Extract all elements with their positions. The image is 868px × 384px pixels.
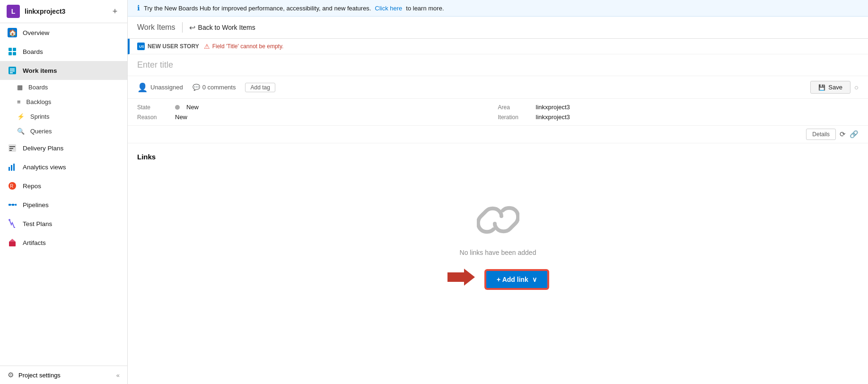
form-save-area: 💾 Save ○ — [810, 81, 859, 94]
add-link-button[interactable]: + Add link ∨ — [485, 270, 548, 289]
boards-group-icon — [8, 47, 17, 56]
comments-button[interactable]: 💬 0 comments — [193, 84, 236, 91]
form-type-badge: US NEW USER STORY — [137, 43, 199, 50]
save-icon: 💾 — [818, 84, 825, 91]
links-header: Links — [137, 153, 859, 161]
comments-count: 0 comments — [202, 84, 236, 91]
sidebar-item-queries[interactable]: 🔍 Queries — [0, 124, 127, 139]
info-icon: ℹ — [137, 4, 140, 12]
banner-text: Try the New Boards Hub for improved perf… — [144, 5, 371, 12]
topbar: Work Items ↩ Back to Work Items — [128, 17, 868, 39]
sidebar-item-test-plans[interactable]: Test Plans — [0, 214, 127, 233]
sidebar-item-delivery-plans[interactable]: Delivery Plans — [0, 139, 127, 157]
svg-rect-18 — [12, 204, 14, 206]
comment-icon: 💬 — [193, 84, 200, 91]
banner-text-after: to learn more. — [406, 5, 444, 12]
form-type-label: NEW USER STORY — [148, 43, 199, 50]
add-link-area: + Add link ∨ — [447, 268, 548, 291]
iteration-field-row: Iteration linkxproject3 — [498, 113, 859, 121]
project-settings-label: Project settings — [18, 372, 61, 379]
error-badge: ⚠ Field 'Title' cannot be empty. — [204, 43, 284, 50]
sidebar-item-analytics-views-label: Analytics views — [23, 164, 66, 171]
sidebar-item-backlogs-label: Backlogs — [26, 98, 52, 105]
save-label: Save — [828, 84, 842, 91]
form-meta-bar: 👤 Unassigned 💬 0 comments Add tag 💾 Save… — [128, 76, 868, 99]
user-avatar-icon: 👤 — [137, 82, 148, 93]
work-items-icon — [8, 66, 17, 75]
add-project-button[interactable]: + — [109, 6, 121, 17]
sidebar-nav: 🏠 Overview Boards Work items ▦ Boards ≡ … — [0, 23, 127, 366]
project-settings-footer[interactable]: ⚙ Project settings « — [0, 366, 127, 384]
project-logo: L — [7, 5, 20, 18]
svg-rect-14 — [13, 164, 15, 171]
delivery-plans-icon — [8, 143, 17, 153]
backlogs-icon: ≡ — [17, 98, 21, 105]
svg-rect-2 — [9, 52, 12, 55]
info-banner: ℹ Try the New Boards Hub for improved pe… — [128, 0, 868, 17]
assigned-label: Unassigned — [150, 84, 183, 91]
loading-spinner: ○ — [854, 83, 859, 91]
links-empty-state: No links have been added + Add link ∨ — [137, 170, 859, 305]
svg-point-22 — [9, 219, 10, 221]
title-input[interactable] — [128, 54, 868, 76]
assigned-user: 👤 Unassigned — [137, 82, 183, 93]
sidebar-item-work-items[interactable]: Work items — [0, 61, 127, 80]
sidebar: L linkxproject3 + 🏠 Overview Boards Work… — [0, 0, 128, 384]
sidebar-item-analytics-views[interactable]: Analytics views — [0, 157, 127, 176]
sidebar-item-work-items-label: Work items — [23, 67, 57, 74]
sidebar-header: L linkxproject3 + — [0, 0, 127, 23]
banner-link[interactable]: Click here — [375, 5, 403, 12]
sidebar-item-overview[interactable]: 🏠 Overview — [0, 23, 127, 42]
form-fields: State New Area linkxproject3 Reason New … — [128, 99, 868, 126]
error-icon: ⚠ — [204, 43, 210, 50]
sidebar-item-repos-label: Repos — [23, 183, 41, 190]
collapse-icon: « — [116, 372, 120, 379]
pipelines-icon — [8, 200, 17, 209]
overview-icon: 🏠 — [8, 28, 17, 37]
work-item-form: US NEW USER STORY ⚠ Field 'Title' cannot… — [128, 39, 868, 384]
svg-text:R: R — [10, 183, 13, 189]
sprints-icon: ⚡ — [17, 113, 25, 120]
sidebar-item-pipelines[interactable]: Pipelines — [0, 195, 127, 214]
links-section: Links No links have been added — [128, 143, 868, 314]
sidebar-item-sprints[interactable]: ⚡ Sprints — [0, 109, 127, 124]
queries-icon: 🔍 — [17, 128, 25, 135]
sidebar-item-queries-label: Queries — [30, 128, 52, 135]
add-tag-button[interactable]: Add tag — [245, 83, 275, 92]
sidebar-item-boards-group[interactable]: Boards — [0, 42, 127, 61]
reason-label: Reason — [137, 114, 170, 121]
arrow-icon — [447, 268, 476, 291]
back-icon: ↩ — [189, 23, 195, 32]
repos-icon: R — [8, 181, 17, 191]
svg-rect-1 — [13, 48, 16, 51]
svg-rect-23 — [9, 242, 16, 246]
state-value[interactable]: New — [186, 104, 199, 111]
topbar-divider — [182, 22, 183, 33]
iteration-value[interactable]: linkxproject3 — [536, 113, 570, 121]
area-value[interactable]: linkxproject3 — [536, 104, 570, 111]
svg-rect-17 — [9, 204, 11, 206]
sidebar-item-repos[interactable]: R Repos — [0, 176, 127, 195]
back-to-work-items-button[interactable]: ↩ Back to Work Items — [189, 23, 255, 32]
sidebar-item-boards-label: Boards — [28, 84, 48, 91]
project-name: linkxproject3 — [25, 8, 105, 15]
sidebar-item-boards[interactable]: ▦ Boards — [0, 80, 127, 95]
iteration-label: Iteration — [498, 114, 531, 121]
link-copy-button[interactable]: 🔗 — [850, 130, 859, 139]
reason-field-row: Reason New — [137, 113, 498, 121]
sidebar-item-test-plans-label: Test Plans — [23, 220, 52, 227]
history-button[interactable]: ⟳ — [840, 130, 846, 139]
details-button[interactable]: Details — [806, 129, 836, 140]
artifacts-icon — [8, 238, 17, 247]
add-link-chevron: ∨ — [532, 276, 537, 283]
area-field-row: Area linkxproject3 — [498, 104, 859, 111]
user-story-type-icon: US — [137, 43, 145, 50]
sidebar-item-artifacts-label: Artifacts — [23, 239, 46, 246]
sidebar-item-delivery-plans-label: Delivery Plans — [23, 145, 63, 152]
sidebar-item-backlogs[interactable]: ≡ Backlogs — [0, 95, 127, 109]
form-actions-bar: Details ⟳ 🔗 — [128, 126, 868, 143]
save-button[interactable]: 💾 Save — [810, 81, 850, 94]
sidebar-item-artifacts[interactable]: Artifacts — [0, 233, 127, 252]
reason-value[interactable]: New — [175, 113, 187, 121]
boards-sub-icon: ▦ — [17, 84, 23, 91]
